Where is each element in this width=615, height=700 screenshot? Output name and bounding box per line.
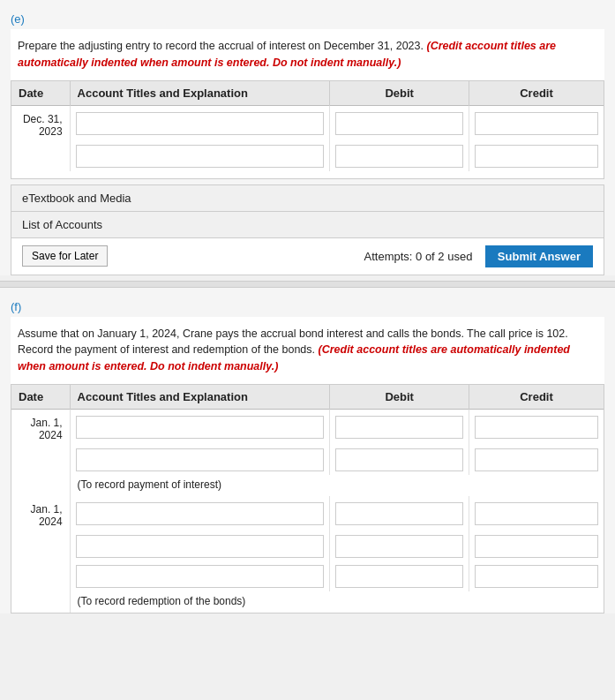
date-blank-f1 — [11, 445, 70, 475]
debit-cell-f1 — [330, 409, 469, 445]
date-blank-f3 — [11, 531, 70, 561]
section-e-instruction: Prepare the adjusting entry to record th… — [11, 29, 604, 80]
credit-input-f3[interactable] — [475, 502, 598, 525]
debit-input-f5[interactable] — [335, 565, 463, 588]
note-blank — [11, 475, 70, 496]
header-date-e: Date — [11, 81, 70, 106]
section-e-table: Date Account Titles and Explanation Debi… — [11, 80, 604, 179]
table-row — [11, 445, 604, 475]
submit-answer-button[interactable]: Submit Answer — [485, 245, 593, 267]
header-credit-f: Credit — [469, 385, 604, 410]
debit-input-f1[interactable] — [335, 416, 463, 439]
debit-cell-f2 — [330, 445, 469, 475]
note-row-redemption: (To record redemption of the bonds) — [11, 591, 604, 613]
account-cell-f3 — [70, 496, 330, 531]
account-cell-e2 — [70, 141, 330, 171]
account-input-f2[interactable] — [76, 448, 325, 471]
credit-cell-f1 — [469, 409, 604, 445]
account-input-f4[interactable] — [76, 535, 325, 558]
note-text-redemption: (To record redemption of the bonds) — [70, 591, 604, 613]
section-e: (e) Prepare the adjusting entry to recor… — [0, 0, 615, 275]
account-input-e2[interactable] — [76, 145, 325, 168]
credit-cell-e2 — [469, 141, 604, 171]
debit-cell-e2 — [330, 141, 469, 171]
credit-cell-f5 — [469, 561, 604, 591]
credit-input-e1[interactable] — [475, 112, 598, 135]
date-cell-dec31: Dec. 31,2023 — [11, 105, 70, 141]
account-cell-f1 — [70, 409, 330, 445]
date-cell-blank-e — [11, 141, 70, 171]
credit-cell-f2 — [469, 445, 604, 475]
header-account-f: Account Titles and Explanation — [70, 385, 330, 410]
table-row: Dec. 31,2023 — [11, 105, 604, 141]
debit-input-f4[interactable] — [335, 535, 463, 558]
debit-input-f3[interactable] — [335, 502, 463, 525]
account-cell-f4 — [70, 531, 330, 561]
date-cell-jan1-g1: Jan. 1,2024 — [11, 409, 70, 445]
account-cell-f2 — [70, 445, 330, 475]
date-cell-jan1-g2: Jan. 1,2024 — [11, 496, 70, 531]
debit-input-f2[interactable] — [335, 448, 463, 471]
header-debit-e: Debit — [330, 81, 469, 106]
spacer-row — [11, 171, 604, 178]
credit-input-f5[interactable] — [475, 565, 598, 588]
debit-cell-f5 — [330, 561, 469, 591]
debit-cell-f3 — [330, 496, 469, 531]
section-f-label: (f) — [11, 295, 604, 317]
section-e-label: (e) — [11, 7, 604, 29]
table-row: Jan. 1,2024 — [11, 409, 604, 445]
etextbook-button[interactable]: eTextbook and Media — [11, 184, 604, 212]
debit-cell-e1 — [330, 105, 469, 141]
account-cell-e1 — [70, 105, 330, 141]
credit-input-f2[interactable] — [475, 448, 598, 471]
credit-input-f1[interactable] — [475, 416, 598, 439]
account-input-e1[interactable] — [76, 112, 325, 135]
list-accounts-button[interactable]: List of Accounts — [11, 212, 604, 238]
instruction-plain-e: Prepare the adjusting entry to record th… — [18, 40, 426, 52]
header-debit-f: Debit — [330, 385, 469, 410]
credit-input-f4[interactable] — [475, 535, 598, 558]
table-row — [11, 561, 604, 591]
credit-input-e2[interactable] — [475, 145, 598, 168]
header-date-f: Date — [11, 385, 70, 410]
section-f-instruction: Assume that on January 1, 2024, Crane pa… — [11, 317, 604, 384]
account-input-f3[interactable] — [76, 502, 325, 525]
table-row: Jan. 1,2024 — [11, 496, 604, 531]
credit-cell-f3 — [469, 496, 604, 531]
date-blank-f4 — [11, 561, 70, 591]
account-input-f1[interactable] — [76, 416, 325, 439]
bottom-bar-e: Save for Later Attempts: 0 of 2 used Sub… — [11, 238, 604, 275]
section-f-table: Date Account Titles and Explanation Debi… — [11, 384, 604, 613]
table-row — [11, 531, 604, 561]
credit-cell-e1 — [469, 105, 604, 141]
attempts-label: Attempts: 0 of 2 used — [364, 250, 473, 263]
debit-input-e2[interactable] — [335, 145, 463, 168]
debit-cell-f4 — [330, 531, 469, 561]
note-row-interest: (To record payment of interest) — [11, 475, 604, 496]
section-f: (f) Assume that on January 1, 2024, Cran… — [0, 288, 615, 613]
debit-input-e1[interactable] — [335, 112, 463, 135]
credit-cell-f4 — [469, 531, 604, 561]
header-account-e: Account Titles and Explanation — [70, 81, 330, 106]
header-credit-e: Credit — [469, 81, 604, 106]
save-for-later-button[interactable]: Save for Later — [22, 245, 108, 267]
note-blank-2 — [11, 591, 70, 613]
account-cell-f5 — [70, 561, 330, 591]
attempts-text: Attempts: 0 of 2 used Submit Answer — [364, 245, 593, 267]
table-row — [11, 141, 604, 171]
account-input-f5[interactable] — [76, 565, 325, 588]
note-text-interest: (To record payment of interest) — [70, 475, 604, 496]
section-divider — [0, 281, 615, 288]
